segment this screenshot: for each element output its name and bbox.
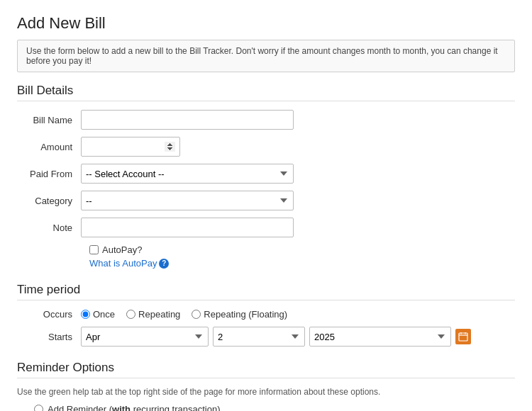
radio-once[interactable] <box>81 310 90 319</box>
year-select[interactable]: 202320242025 20262027 <box>309 327 451 347</box>
radio-repeating-label: Repeating <box>138 309 180 320</box>
paid-from-label: Paid From <box>17 169 81 179</box>
category-label: Category <box>17 196 81 206</box>
radio-once-option: Once <box>81 309 115 320</box>
radio-repeating-option: Repeating <box>126 309 180 320</box>
autopay-link-text: What is AutoPay <box>89 258 157 269</box>
paid-from-select[interactable]: -- Select Account -- <box>81 164 294 184</box>
bill-name-input[interactable] <box>81 110 294 130</box>
page-title: Add New Bill <box>17 14 515 33</box>
paid-from-row: Paid From -- Select Account -- <box>17 164 515 184</box>
category-wrapper: -- <box>81 191 294 210</box>
category-select[interactable]: -- <box>81 191 294 210</box>
amount-label: Amount <box>17 142 81 152</box>
autopay-section: AutoPay? What is AutoPay ? <box>89 244 515 269</box>
reminder-with-recurring-text: Add Reminder (with recurring transaction… <box>48 404 221 411</box>
calendar-icon[interactable] <box>455 329 471 344</box>
autopay-label: AutoPay? <box>102 244 142 255</box>
reminder-subtitle: Use the green help tab at the top right … <box>17 387 515 397</box>
radio-repeating[interactable] <box>126 310 135 319</box>
svg-rect-0 <box>459 333 467 341</box>
bill-name-row: Bill Name <box>17 110 515 130</box>
note-label: Note <box>17 223 81 233</box>
date-selects: JanFebMar AprMayJun JulAugSep OctNovDec … <box>81 327 471 347</box>
occurs-label: Occurs <box>17 309 81 320</box>
info-banner: Use the form below to add a new bill to … <box>17 40 515 72</box>
note-input[interactable] <box>81 218 294 237</box>
bill-name-label: Bill Name <box>17 115 81 125</box>
autopay-help-icon: ? <box>159 259 169 269</box>
bill-details-heading: Bill Details <box>17 84 515 101</box>
reminder-options-heading: Reminder Options <box>17 361 515 378</box>
note-wrapper <box>81 218 294 237</box>
day-select[interactable]: 123 4567 891011 12131415 16171819 202122… <box>213 327 305 347</box>
occurs-radio-group: Once Repeating Repeating (Floating) <box>81 309 287 320</box>
amount-wrapper <box>81 137 294 157</box>
radio-repeating-floating-option: Repeating (Floating) <box>192 309 287 320</box>
reminder-with-recurring-option: Add Reminder (with recurring transaction… <box>34 404 515 411</box>
occurs-row: Occurs Once Repeating Repeating (Floatin… <box>17 309 515 320</box>
starts-row: Starts JanFebMar AprMayJun JulAugSep Oct… <box>17 327 515 347</box>
page-container: Add New Bill Use the form below to add a… <box>0 0 532 411</box>
reminder-options-section: Reminder Options Use the green help tab … <box>17 361 515 411</box>
radio-repeating-floating-label: Repeating (Floating) <box>204 309 287 320</box>
autopay-check-row: AutoPay? <box>89 244 515 255</box>
amount-row: Amount <box>17 137 515 157</box>
autopay-link[interactable]: What is AutoPay ? <box>89 258 515 269</box>
time-period-heading: Time period <box>17 283 515 300</box>
starts-label: Starts <box>17 332 81 342</box>
month-select[interactable]: JanFebMar AprMayJun JulAugSep OctNovDec <box>81 327 209 347</box>
autopay-checkbox[interactable] <box>89 245 99 254</box>
radio-once-label: Once <box>93 309 115 320</box>
radio-repeating-floating[interactable] <box>192 310 201 319</box>
bill-details-section: Bill Details Bill Name Amount Paid From … <box>17 84 515 269</box>
note-row: Note <box>17 218 515 237</box>
amount-input[interactable] <box>81 137 180 157</box>
paid-from-wrapper: -- Select Account -- <box>81 164 294 184</box>
time-period-section: Time period Occurs Once Repeating Repeat… <box>17 283 515 347</box>
bill-name-wrapper <box>81 110 294 130</box>
reminder-options-group: Add Reminder (with recurring transaction… <box>34 404 515 411</box>
category-row: Category -- <box>17 191 515 210</box>
radio-reminder-with-recurring[interactable] <box>34 405 43 411</box>
